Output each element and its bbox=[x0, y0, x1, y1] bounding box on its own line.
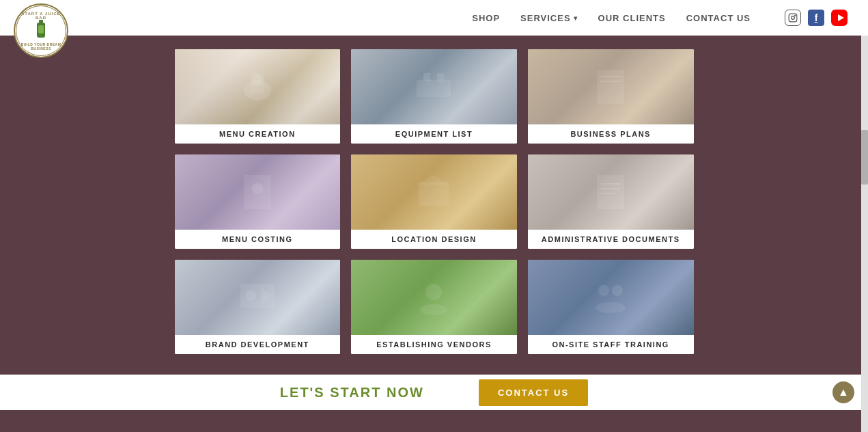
grid-item-label-establishing-vendors: ESTABLISHING VENDORS bbox=[351, 335, 517, 354]
svg-point-31 bbox=[596, 302, 626, 313]
grid-item-brand-development[interactable]: BRAND DEVELOPMENT bbox=[175, 260, 341, 354]
main-nav: SHOP SERVICES ▾ OUR CLIENTS CONTACT US f bbox=[472, 10, 848, 26]
svg-point-29 bbox=[598, 285, 609, 296]
nav-our-clients[interactable]: OUR CLIENTS bbox=[598, 13, 666, 23]
svg-rect-20 bbox=[597, 175, 624, 209]
grid-item-business-plans[interactable]: BUSINESS PLANS bbox=[528, 49, 694, 144]
grid-item-image-establishing-vendors bbox=[351, 260, 517, 335]
nav-services[interactable]: SERVICES ▾ bbox=[520, 13, 578, 23]
contact-us-button[interactable]: CONTACT US bbox=[479, 379, 588, 406]
grid-item-label-location-design: LOCATION DESIGN bbox=[351, 230, 517, 249]
logo-bottom-text: BUILD YOUR DREAM BUSINESS bbox=[16, 42, 66, 51]
facebook-icon[interactable]: f bbox=[808, 10, 824, 26]
svg-marker-19 bbox=[417, 175, 451, 185]
svg-rect-3 bbox=[789, 14, 797, 22]
scrollbar-thumb bbox=[861, 130, 868, 185]
grid-item-on-site-staff-training[interactable]: ON-SITE STAFF TRAINING bbox=[528, 260, 694, 354]
svg-point-28 bbox=[420, 304, 447, 315]
page-scrollbar bbox=[861, 0, 868, 432]
grid-item-label-business-plans: BUSINESS PLANS bbox=[528, 124, 694, 144]
scroll-to-top-button[interactable]: ▲ bbox=[832, 381, 854, 403]
grid-item-menu-creation[interactable]: MENU CREATION bbox=[175, 49, 341, 144]
grid-item-label-brand-development: BRAND DEVELOPMENT bbox=[175, 335, 341, 354]
lets-start-text: LET'S START NOW bbox=[280, 385, 424, 401]
grid-item-image-brand-development bbox=[175, 260, 341, 335]
svg-point-4 bbox=[792, 16, 795, 20]
nav-shop[interactable]: SHOP bbox=[472, 13, 500, 23]
svg-rect-10 bbox=[417, 80, 451, 97]
nav-contact[interactable]: CONTACT US bbox=[686, 13, 751, 23]
svg-point-30 bbox=[612, 285, 623, 296]
main-content: MENU CREATION EQUIPMENT LIST BUSINESS PL… bbox=[0, 36, 868, 375]
grid-item-image-menu-creation bbox=[175, 49, 341, 124]
grid-item-label-menu-creation: MENU CREATION bbox=[175, 124, 341, 144]
svg-rect-0 bbox=[39, 20, 43, 23]
svg-point-25 bbox=[245, 290, 256, 301]
grid-item-image-equipment-list bbox=[351, 49, 517, 124]
svg-point-17 bbox=[252, 183, 263, 194]
grid-item-image-business-plans bbox=[528, 49, 694, 124]
svg-point-5 bbox=[795, 15, 796, 16]
logo[interactable]: START A JUICE BAR BUILD YOUR DREAM BUSIN… bbox=[14, 3, 68, 58]
chevron-down-icon: ▾ bbox=[574, 14, 578, 22]
svg-rect-2 bbox=[38, 25, 44, 33]
svg-rect-12 bbox=[437, 73, 444, 81]
grid-item-image-on-site-staff-training bbox=[528, 260, 694, 335]
svg-point-9 bbox=[252, 75, 263, 85]
grid-item-image-administrative-documents bbox=[528, 154, 694, 230]
grid-item-location-design[interactable]: LOCATION DESIGN bbox=[351, 154, 517, 249]
grid-item-label-on-site-staff-training: ON-SITE STAFF TRAINING bbox=[528, 335, 694, 354]
svg-rect-11 bbox=[423, 73, 430, 81]
grid-item-administrative-documents[interactable]: ADMINISTRATIVE DOCUMENTS bbox=[528, 154, 694, 249]
header: START A JUICE BAR BUILD YOUR DREAM BUSIN… bbox=[0, 0, 868, 36]
services-grid: MENU CREATION EQUIPMENT LIST BUSINESS PL… bbox=[175, 49, 694, 354]
social-icons: f bbox=[785, 10, 848, 26]
grid-item-image-location-design bbox=[351, 154, 517, 230]
svg-marker-6 bbox=[838, 14, 844, 21]
logo-bottle-icon bbox=[34, 20, 48, 42]
grid-item-image-menu-costing bbox=[175, 154, 341, 230]
instagram-icon[interactable] bbox=[785, 10, 801, 26]
grid-item-label-menu-costing: MENU COSTING bbox=[175, 230, 341, 249]
logo-top-text: START A JUICE BAR bbox=[16, 12, 66, 20]
grid-item-equipment-list[interactable]: EQUIPMENT LIST bbox=[351, 49, 517, 144]
svg-point-27 bbox=[425, 284, 442, 300]
svg-rect-13 bbox=[597, 70, 624, 104]
grid-item-label-equipment-list: EQUIPMENT LIST bbox=[351, 124, 517, 144]
grid-item-menu-costing[interactable]: MENU COSTING bbox=[175, 154, 341, 249]
svg-rect-18 bbox=[419, 182, 449, 206]
grid-item-label-administrative-documents: ADMINISTRATIVE DOCUMENTS bbox=[528, 230, 694, 249]
footer-bar: LET'S START NOW CONTACT US ▲ bbox=[0, 375, 868, 410]
youtube-icon[interactable] bbox=[831, 10, 848, 26]
grid-item-establishing-vendors[interactable]: ESTABLISHING VENDORS bbox=[351, 260, 517, 354]
